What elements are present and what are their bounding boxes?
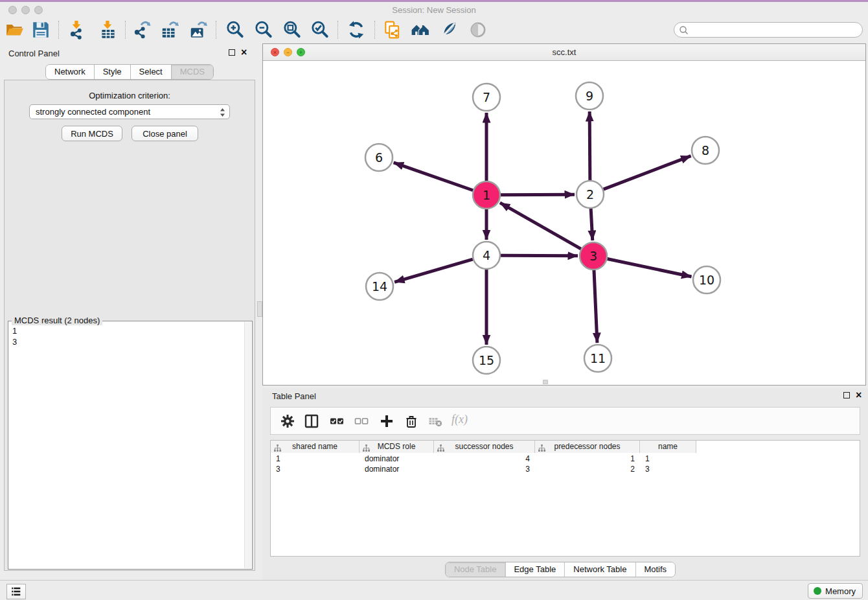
result-scrollbar[interactable]: [244, 322, 251, 568]
toolbar-separator: [125, 21, 126, 39]
tab-network-table[interactable]: Network Table: [565, 562, 635, 577]
open-file-icon[interactable]: [5, 20, 25, 40]
column-header-mcds-role[interactable]: MCDS role: [360, 441, 434, 453]
memory-status-dot: [814, 587, 821, 595]
search-box: [674, 22, 863, 38]
refresh-layout-icon[interactable]: [347, 20, 366, 40]
optimization-criterion-label: Optimization criterion:: [0, 91, 259, 100]
table-cell[interactable]: 1: [640, 454, 696, 464]
node-label: 11: [590, 351, 606, 365]
column-header-label: shared name: [292, 442, 337, 451]
node-14[interactable]: 14: [366, 273, 393, 300]
edge-3-1[interactable]: [500, 203, 581, 249]
function-builder-icon[interactable]: f(x): [451, 413, 468, 426]
node-10[interactable]: 10: [693, 266, 720, 294]
table-row[interactable]: 1dominator411: [271, 454, 860, 464]
table-body: 1dominator4113dominator323: [271, 454, 860, 474]
tab-edge-table[interactable]: Edge Table: [505, 562, 565, 577]
export-table-icon[interactable]: [160, 20, 179, 40]
node-label: 1: [483, 188, 490, 202]
table-cell[interactable]: 3: [640, 464, 696, 474]
node-2[interactable]: 2: [577, 181, 604, 208]
zoom-out-icon[interactable]: [254, 20, 273, 40]
toolbar-separator: [337, 21, 338, 39]
window-title: Session: New Session: [0, 5, 868, 15]
node-1[interactable]: 1: [473, 181, 500, 209]
tab-style[interactable]: Style: [95, 65, 131, 79]
table-cell[interactable]: 2: [535, 464, 640, 474]
node-15[interactable]: 15: [473, 347, 500, 374]
float-panel-icon[interactable]: [229, 49, 235, 56]
node-label: 9: [586, 89, 593, 103]
run-mcds-button[interactable]: Run MCDS: [62, 126, 122, 141]
node-9[interactable]: 9: [576, 82, 603, 110]
export-network-icon[interactable]: [132, 20, 152, 40]
home-icon[interactable]: [411, 20, 430, 40]
add-icon[interactable]: [380, 414, 394, 428]
edge-4-3[interactable]: [501, 255, 578, 256]
node-7[interactable]: 7: [473, 84, 500, 111]
task-history-button[interactable]: [6, 584, 26, 599]
close-panel-button[interactable]: Close panel: [131, 126, 198, 141]
table-cell[interactable]: 3: [271, 464, 360, 474]
float-table-panel-icon[interactable]: [843, 392, 850, 398]
table-row[interactable]: 3dominator323: [271, 464, 860, 474]
table-cell[interactable]: 1: [271, 454, 360, 464]
tab-network[interactable]: Network: [46, 65, 95, 79]
import-network-icon[interactable]: [67, 20, 87, 40]
export-image-icon[interactable]: [188, 20, 208, 40]
select-all-icon[interactable]: [330, 414, 344, 428]
graphics-details-icon[interactable]: [439, 20, 459, 40]
edge-2-8[interactable]: [604, 156, 691, 190]
edge-3-10[interactable]: [608, 259, 692, 277]
close-panel-icon[interactable]: ×: [241, 49, 247, 56]
close-table-panel-icon[interactable]: ×: [856, 392, 862, 398]
node-11[interactable]: 11: [584, 345, 611, 372]
table-cell[interactable]: 1: [535, 454, 640, 464]
column-header-predecessor-nodes[interactable]: predecessor nodes: [535, 441, 640, 453]
delete-icon[interactable]: [404, 414, 418, 428]
tab-select[interactable]: Select: [131, 65, 172, 79]
network-canvas[interactable]: 7968124314101511: [263, 61, 865, 385]
status-bar: Memory: [0, 580, 868, 600]
edge-4-14[interactable]: [394, 259, 473, 282]
table-cell[interactable]: 4: [434, 454, 535, 464]
tab-mcds[interactable]: MCDS: [172, 65, 213, 79]
save-session-icon[interactable]: [31, 20, 51, 40]
list-icon: [10, 586, 23, 597]
canvas-splitter-handle[interactable]: [543, 380, 548, 384]
copy-network-icon[interactable]: [383, 20, 402, 40]
edge-1-6[interactable]: [394, 163, 474, 190]
deselect-all-icon[interactable]: [354, 414, 369, 428]
column-header-successor-nodes[interactable]: successor nodes: [434, 441, 535, 453]
import-table-icon[interactable]: [98, 20, 118, 40]
tab-node-table[interactable]: Node Table: [446, 562, 506, 577]
search-input[interactable]: [691, 24, 856, 36]
edge-3-11[interactable]: [594, 270, 597, 343]
criterion-select[interactable]: strongly connected component: [29, 104, 230, 119]
edge-1-2[interactable]: [501, 194, 575, 195]
memory-button[interactable]: Memory: [808, 583, 863, 599]
edge-2-3[interactable]: [591, 209, 593, 240]
mcds-result-text[interactable]: 1 3: [12, 325, 17, 347]
node-6[interactable]: 6: [365, 144, 393, 171]
table-settings-gear-icon[interactable]: [280, 414, 295, 428]
node-8[interactable]: 8: [692, 137, 719, 164]
node-4[interactable]: 4: [473, 242, 500, 269]
column-header-shared-name[interactable]: shared name: [271, 441, 360, 453]
zoom-selected-icon[interactable]: [310, 20, 330, 40]
table-cell[interactable]: dominator: [360, 454, 434, 464]
table-cell[interactable]: 3: [434, 464, 535, 474]
birds-eye-icon[interactable]: [468, 20, 488, 40]
tab-motifs[interactable]: Motifs: [635, 562, 675, 577]
node-3[interactable]: 3: [580, 242, 607, 270]
column-header-name[interactable]: name: [640, 441, 696, 453]
panel-splitter-handle[interactable]: [257, 301, 262, 317]
node-label: 14: [372, 279, 387, 294]
edge-2-9[interactable]: [589, 111, 590, 180]
zoom-in-icon[interactable]: [225, 20, 245, 40]
show-columns-icon[interactable]: [304, 414, 319, 428]
zoom-fit-icon[interactable]: [282, 20, 302, 40]
table-cell[interactable]: dominator: [360, 464, 434, 474]
clear-table-icon[interactable]: [428, 414, 442, 428]
